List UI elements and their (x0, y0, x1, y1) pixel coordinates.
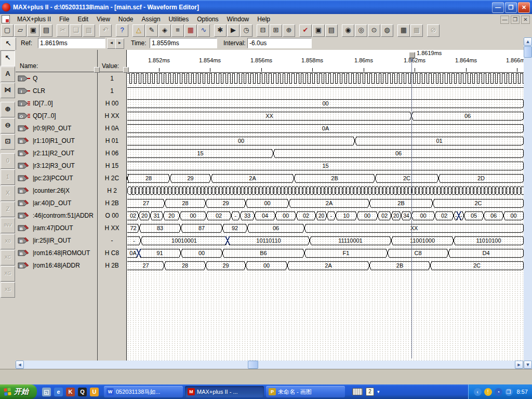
signal-row-46-controm-51-addr[interactable]: B:46|controm:51|ADDR (16, 209, 97, 222)
fit-in-window-button[interactable]: ⊡ (1, 134, 15, 150)
scroll-down-button[interactable]: ▼ (524, 361, 532, 369)
save-file-button[interactable]: ▣ (27, 24, 39, 37)
menu-file[interactable]: File (55, 15, 73, 24)
restore-button[interactable]: ❐ (505, 2, 517, 13)
mdi-close-button[interactable]: ✕ (521, 16, 530, 24)
menu-view[interactable]: View (92, 15, 114, 24)
close-button[interactable]: ✕ (518, 2, 530, 13)
zoom-out-button[interactable]: ⊖ (1, 118, 15, 134)
signal-row-counter-26-x[interactable]: B|counter:26|X (16, 184, 97, 197)
menu-options[interactable]: Options (193, 15, 222, 24)
step-left-button[interactable]: ◄ (107, 38, 116, 49)
menu-utilities[interactable]: Utilities (165, 15, 193, 24)
ime-options-arrow[interactable]: ▾ (377, 389, 380, 394)
waveform-trace-pc-23-pcout[interactable]: 28292A2B2C2D (127, 174, 524, 182)
signal-row-qd-7-0[interactable]: OQD[7..0] (16, 110, 97, 122)
floorplan-editor-button[interactable]: ▦ (184, 24, 197, 37)
start-button[interactable]: 开始 (0, 384, 37, 399)
signal-row-ar-40-d-out[interactable]: B|ar:40|D_OUT (16, 197, 97, 209)
task-button-3[interactable]: P未命名 - 画图 (266, 386, 345, 397)
vertical-scrollbar[interactable]: ▲ ▼ (524, 37, 532, 369)
signal-row-clr[interactable]: ICLR (16, 85, 97, 97)
new-file-button[interactable]: ▢ (1, 24, 14, 37)
signal-row-r0-9-r0-out[interactable]: B|r0:9|R0_OUT (16, 122, 97, 135)
project-hierarchy-button[interactable]: ⊞ (270, 24, 282, 37)
ref-input[interactable] (38, 38, 105, 48)
show-node-names-button[interactable]: ◉ (342, 24, 354, 37)
signal-row-r2-11-r2-out[interactable]: B|r2:11|R2_OUT (16, 147, 97, 159)
waveform-trace-id-7-0[interactable]: 00 (127, 99, 524, 108)
tray-tray-collapse-icon[interactable]: ‹ (474, 388, 482, 396)
menu-max-plus-ii[interactable]: MAX+plus II (13, 15, 55, 24)
pointer-mode-button[interactable]: ↖ (1, 37, 16, 50)
name-column-resize-handle[interactable] (94, 67, 100, 73)
tray-scheduler-icon[interactable]: ◔ (495, 388, 502, 396)
timing-analyzer-button[interactable]: ◷ (240, 24, 252, 37)
text-tool-button[interactable]: A (1, 66, 15, 82)
signal-row-rom16-48-addr[interactable]: B|rom16:48|ADDR (16, 259, 97, 272)
quick-launch-show-desktop[interactable]: ◱ (42, 388, 51, 396)
open-file-button[interactable]: ▱ (14, 24, 26, 37)
waveform-trace-qd-7-0[interactable]: XX06 (127, 112, 524, 120)
signal-row-r3-12-r3-out[interactable]: B|r3:12|R3_OUT (16, 159, 97, 172)
scroll-up-button[interactable]: ▲ (524, 37, 532, 46)
quick-launch-app-red[interactable]: K (66, 388, 75, 396)
menu-edit[interactable]: Edit (73, 15, 92, 24)
signal-row-ram-47-dout[interactable]: B|ram:47|DOUT (16, 222, 97, 234)
minimize-button[interactable]: — (492, 2, 504, 13)
scroll-left-button[interactable]: ◄ (16, 361, 24, 369)
show-logic-level-button[interactable]: ⊙ (368, 24, 380, 37)
task-button-1[interactable]: W052031138马如... (104, 386, 183, 397)
mdi-restore-button[interactable]: ❐ (511, 16, 520, 24)
show-comparison-button[interactable]: ◎ (355, 24, 367, 37)
waveform-trace-q[interactable] (127, 73, 524, 83)
selection-tool-button[interactable]: ↖ (1, 50, 15, 66)
top-of-hierarchy-button[interactable]: ⊟ (257, 24, 269, 37)
scroll-right-button[interactable]: ► (515, 361, 523, 369)
mdi-minimize-button[interactable]: — (500, 16, 509, 24)
waveform-trace-ram-47-dout[interactable]: 7283879206XX (127, 224, 524, 232)
menu-window[interactable]: Window (223, 15, 254, 24)
signal-row-ir-25-ir-out[interactable]: B|ir:25|IR_OUT (16, 234, 97, 247)
signal-row-rom16-48-romout[interactable]: B|rom16:48|ROMOUT (16, 247, 97, 259)
project-save-compile-button[interactable]: ▣ (312, 24, 325, 37)
waveform-trace-46-controm-51-addr[interactable]: 022031200002-3304000220-10000220340002--… (127, 211, 524, 220)
zoom-in-button[interactable]: ⊕ (1, 102, 15, 117)
waveform-trace-counter-26-x[interactable] (127, 187, 524, 195)
interval-input[interactable] (247, 38, 312, 48)
align-tool-button[interactable]: ⋈ (1, 83, 15, 98)
waveform-trace-ar-40-d-out[interactable]: 272829002A2B2C (127, 199, 524, 207)
keyboard-icon[interactable] (352, 388, 363, 395)
waveform-trace-ir-25-ir-out[interactable]: -100100011011011011110001110010001101010… (127, 236, 524, 245)
reference-cursor-line[interactable] (411, 57, 412, 358)
time-input[interactable] (150, 38, 217, 48)
reference-cursor-handle[interactable] (409, 52, 415, 58)
task-button-2[interactable]: MMAX+plus II - ... (185, 386, 264, 397)
project-save-check-button[interactable]: ✔ (299, 24, 312, 37)
waveform-trace-r3-12-r3-out[interactable]: 15 (127, 162, 524, 170)
simulator-button[interactable]: ▶ (227, 24, 240, 37)
print-button[interactable]: ▤ (40, 24, 52, 37)
signal-row-pc-23-pcout[interactable]: B|pc:23|PCOUT (16, 172, 97, 184)
signal-row-r1-10-r1-out[interactable]: B|r1:10|R1_OUT (16, 135, 97, 147)
step-right-button[interactable]: ► (115, 38, 124, 49)
full-screen-grid-button[interactable]: ▦ (397, 24, 410, 37)
waveform-trace-r1-10-r1-out[interactable]: 0001 (127, 137, 524, 145)
waveform-trace-r2-11-r2-out[interactable]: 1506 (127, 149, 524, 157)
symbol-editor-button[interactable]: ◈ (158, 24, 171, 37)
project-save-simulate-button[interactable]: ▤ (325, 24, 338, 37)
waveform-display-pane[interactable]: 1.852ms1.854ms1.856ms1.858ms1.86ms1.862m… (126, 50, 524, 361)
waveform-trace-r0-9-r0-out[interactable]: 0A (127, 124, 524, 132)
waveform-trace-rom16-48-addr[interactable]: 272829002A2B2C (127, 261, 524, 270)
value-column-resize-handle[interactable] (123, 67, 129, 73)
quick-launch-app-orange[interactable]: U (90, 388, 99, 396)
waveform-editor-button[interactable]: ∿ (197, 24, 210, 37)
waveform-trace-rom16-48-romout[interactable]: 0A9100B6F1C8D4 (127, 249, 524, 257)
tray-network-icon[interactable]: ❒ (505, 388, 513, 396)
quick-launch-qq[interactable]: Q (78, 388, 87, 396)
compiler-button[interactable]: ✱ (214, 24, 227, 37)
context-help-button[interactable]: ? (116, 24, 128, 37)
hierarchy-display-button[interactable]: △ (132, 24, 145, 37)
add-node-button[interactable]: ⊕ (283, 24, 295, 37)
signal-row-q[interactable]: IQ (16, 72, 97, 85)
